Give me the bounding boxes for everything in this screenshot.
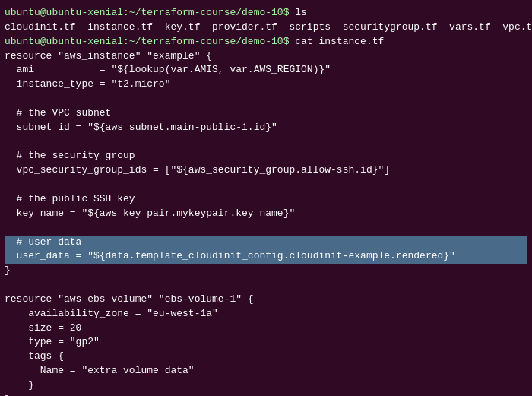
blank-3 [5, 178, 527, 192]
ebs-resource-line: resource "aws_ebs_volume" "ebs-volume-1"… [5, 293, 527, 307]
az-line: availability_zone = "eu-west-1a" [5, 307, 527, 322]
blank-2 [5, 135, 527, 150]
blank-1 [5, 92, 527, 106]
userdata-comment-line: # user data [5, 236, 527, 250]
size-line: size = 20 [5, 322, 527, 336]
vpc-comment-line: # the VPC subnet [5, 106, 527, 121]
ls-output-line: cloudinit.tf instance.tf key.tf provider… [5, 21, 527, 35]
close-brace-2: } [5, 393, 527, 396]
key-line: key_name = "${aws_key_pair.mykeypair.key… [5, 207, 527, 221]
tags-close-line: } [5, 379, 527, 393]
close-brace-1: } [5, 264, 527, 278]
prompt-1: ubuntu@ubuntu-xenial:~/terraform-course/… [5, 7, 289, 18]
ami-line: ami = "${lookup(var.AMIS, var.AWS_REGION… [5, 63, 527, 78]
ls-command: ls [289, 7, 306, 18]
ssh-comment-line: # the public SSH key [5, 192, 527, 207]
instance-type-line: instance_type = "t2.micro" [5, 78, 527, 92]
blank-4 [5, 221, 527, 236]
tags-open-line: tags { [5, 350, 527, 364]
resource-line: resource "aws_instance" "example" { [5, 49, 527, 64]
userdata-value-line: user_data = "${data.template_cloudinit_c… [5, 249, 527, 264]
prompt-2: ubuntu@ubuntu-xenial:~/terraform-course/… [5, 36, 289, 47]
terminal-window[interactable]: ubuntu@ubuntu-xenial:~/terraform-course/… [0, 0, 532, 396]
type-line: type = "gp2" [5, 335, 527, 350]
ls-prompt-line: ubuntu@ubuntu-xenial:~/terraform-course/… [5, 6, 527, 21]
cat-prompt-line: ubuntu@ubuntu-xenial:~/terraform-course/… [5, 35, 527, 49]
sg-line: vpc_security_group_ids = ["${aws_securit… [5, 163, 527, 178]
sg-comment-line: # the security group [5, 149, 527, 163]
subnet-line: subnet_id = "${aws_subnet.main-public-1.… [5, 121, 527, 135]
name-tag-line: Name = "extra volume data" [5, 364, 527, 379]
blank-5 [5, 278, 527, 293]
cat-command: cat instance.tf [289, 36, 384, 47]
